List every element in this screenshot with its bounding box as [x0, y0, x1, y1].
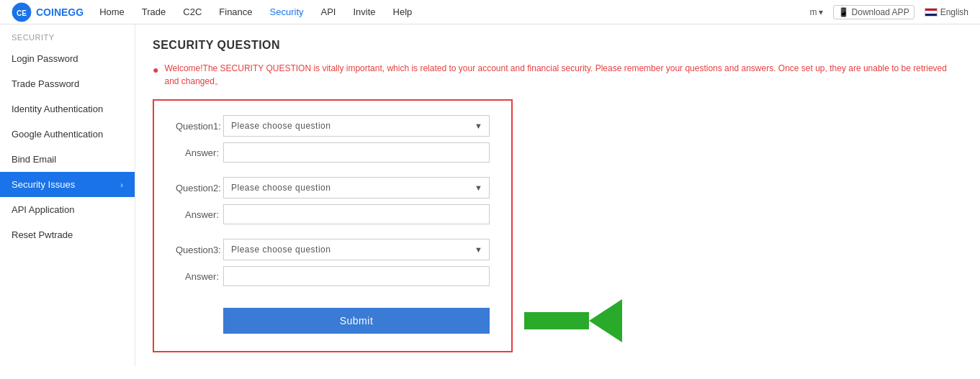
- arrow-shaft: [524, 312, 589, 329]
- answer2-label: Answer:: [176, 209, 219, 220]
- question2-select-wrapper: Please choose question ▼: [223, 177, 490, 198]
- question-block-1: Question1: Please choose question ▼ Answ…: [176, 115, 490, 163]
- top-navigation: CE COINEGG Home Trade C2C Finance Securi…: [0, 0, 980, 24]
- sidebar: SECURITY Login Password Trade Password I…: [0, 24, 135, 367]
- main-content: SECURITY QUESTION ● Welcome!The SECURITY…: [135, 24, 980, 367]
- nav-help[interactable]: Help: [392, 6, 414, 17]
- question2-label: Question2:: [176, 183, 219, 193]
- sidebar-item-google-auth[interactable]: Google Authentication: [0, 122, 135, 147]
- nav-finance[interactable]: Finance: [217, 6, 253, 17]
- question-block-2: Question2: Please choose question ▼ Answ…: [176, 177, 490, 224]
- nav-trade[interactable]: Trade: [140, 6, 167, 17]
- nav-links: Home Trade C2C Finance Security API Invi…: [98, 6, 809, 17]
- sidebar-item-security-issues[interactable]: Security Issues ›: [0, 172, 135, 197]
- logo[interactable]: CE COINEGG: [12, 2, 84, 22]
- sidebar-item-bind-email[interactable]: Bind Email: [0, 147, 135, 172]
- download-app-button[interactable]: 📱 Download APP: [833, 5, 914, 19]
- sidebar-item-identity-auth[interactable]: Identity Authentication: [0, 96, 135, 122]
- answer3-label: Answer:: [176, 271, 219, 282]
- language-label: English: [940, 7, 968, 17]
- warning-box: ● Welcome!The SECURITY QUESTION is vital…: [153, 62, 963, 88]
- nav-invite[interactable]: Invite: [352, 6, 377, 17]
- arrow-head-icon: [589, 299, 622, 342]
- sidebar-item-trade-password[interactable]: Trade Password: [0, 71, 135, 96]
- answer1-input[interactable]: [223, 142, 490, 163]
- sidebar-chevron-icon: ›: [120, 181, 123, 189]
- question1-label: Question1:: [176, 121, 219, 132]
- submit-button[interactable]: Submit: [223, 308, 490, 334]
- answer2-input[interactable]: [223, 204, 490, 224]
- warning-text: Welcome!The SECURITY QUESTION is vitally…: [164, 62, 963, 88]
- download-label: Download APP: [852, 7, 909, 17]
- logo-icon: CE: [12, 2, 32, 22]
- question3-select-wrapper: Please choose question ▼: [223, 239, 490, 260]
- language-selector[interactable]: English: [925, 7, 968, 17]
- nav-right-area: m ▾ 📱 Download APP English: [810, 5, 968, 19]
- sidebar-item-api-application[interactable]: API Application: [0, 197, 135, 222]
- user-initial: m: [810, 7, 817, 17]
- nav-home[interactable]: Home: [98, 6, 126, 17]
- brand-name: COINEGG: [36, 6, 84, 18]
- main-layout: SECURITY Login Password Trade Password I…: [0, 24, 980, 367]
- answer1-label: Answer:: [176, 147, 219, 158]
- nav-c2c[interactable]: C2C: [181, 6, 203, 17]
- nav-security[interactable]: Security: [269, 6, 305, 17]
- answer3-input[interactable]: [223, 266, 490, 286]
- question1-select-wrapper: Please choose question ▼: [223, 115, 490, 137]
- sidebar-item-reset-pwtrade[interactable]: Reset Pwtrade: [0, 222, 135, 247]
- svg-text:CE: CE: [17, 9, 27, 17]
- question2-select[interactable]: Please choose question: [223, 177, 490, 198]
- page-title: SECURITY QUESTION: [153, 39, 963, 52]
- mobile-icon: 📱: [838, 7, 849, 17]
- sidebar-item-login-password[interactable]: Login Password: [0, 46, 135, 71]
- nav-api[interactable]: API: [320, 6, 338, 17]
- warning-icon: ●: [153, 63, 158, 78]
- user-menu[interactable]: m ▾: [810, 7, 823, 17]
- user-chevron-icon: ▾: [819, 7, 823, 17]
- green-arrow-indicator: [524, 299, 622, 342]
- question-block-3: Question3: Please choose question ▼ Answ…: [176, 239, 490, 286]
- question3-select[interactable]: Please choose question: [223, 239, 490, 260]
- security-question-form: Question1: Please choose question ▼ Answ…: [153, 99, 513, 352]
- question1-select[interactable]: Please choose question: [223, 115, 490, 137]
- sidebar-section-title: SECURITY: [0, 24, 135, 46]
- question3-label: Question3:: [176, 245, 219, 255]
- flag-icon: [925, 8, 938, 17]
